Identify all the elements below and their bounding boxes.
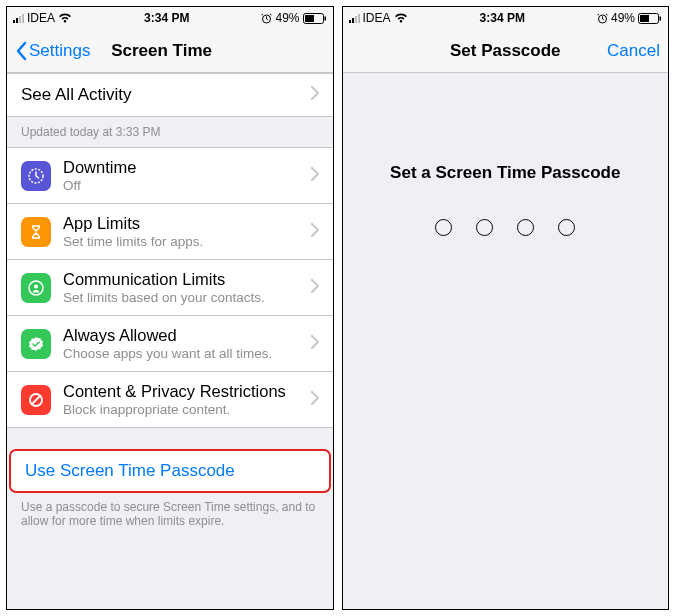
content: See All Activity Updated today at 3:33 P… xyxy=(7,73,333,609)
hourglass-icon xyxy=(21,217,51,247)
content-privacy-cell[interactable]: Content & Privacy Restrictions Block ina… xyxy=(7,372,333,428)
carrier-label: IDEA xyxy=(27,11,55,25)
signal-icon xyxy=(349,14,360,23)
passcode-dot xyxy=(435,219,452,236)
content: Set a Screen Time Passcode xyxy=(343,73,669,609)
back-button[interactable]: Settings xyxy=(15,41,90,61)
status-bar: IDEA 3:34 PM 49% xyxy=(7,7,333,29)
cell-subtitle: Set limits based on your contacts. xyxy=(63,290,265,305)
cell-subtitle: Block inappropriate content. xyxy=(63,402,286,417)
signal-icon xyxy=(13,14,24,23)
status-bar: IDEA 3:34 PM 49% xyxy=(343,7,669,29)
back-label: Settings xyxy=(29,41,90,61)
passcode-footer: Use a passcode to secure Screen Time set… xyxy=(7,492,333,536)
cell-subtitle: Set time limits for apps. xyxy=(63,234,203,249)
cell-title: Communication Limits xyxy=(63,270,265,289)
svg-point-6 xyxy=(34,284,38,288)
alarm-icon xyxy=(597,13,608,24)
chevron-right-icon xyxy=(311,223,319,241)
downtime-cell[interactable]: Downtime Off xyxy=(7,147,333,204)
screen-time-settings-screen: IDEA 3:34 PM 49% Settings Screen Time Se… xyxy=(6,6,334,610)
cell-title: App Limits xyxy=(63,214,203,233)
passcode-link-label: Use Screen Time Passcode xyxy=(25,461,235,481)
cell-label: See All Activity xyxy=(21,85,132,105)
page-title: Set Passcode xyxy=(450,41,561,61)
use-screen-time-passcode-button[interactable]: Use Screen Time Passcode xyxy=(9,449,331,493)
wifi-icon xyxy=(394,13,408,23)
svg-rect-3 xyxy=(324,16,326,20)
carrier-label: IDEA xyxy=(363,11,391,25)
page-title: Screen Time xyxy=(111,41,212,61)
wifi-icon xyxy=(58,13,72,23)
see-all-activity-cell[interactable]: See All Activity xyxy=(7,73,333,117)
battery-percent: 49% xyxy=(275,11,299,25)
svg-rect-11 xyxy=(660,16,662,20)
always-allowed-cell[interactable]: Always Allowed Choose apps you want at a… xyxy=(7,316,333,372)
svg-rect-2 xyxy=(305,15,314,22)
battery-icon xyxy=(303,13,327,24)
passcode-prompt: Set a Screen Time Passcode xyxy=(343,163,669,183)
app-limits-cell[interactable]: App Limits Set time limits for apps. xyxy=(7,204,333,260)
set-passcode-screen: IDEA 3:34 PM 49% Set Passcode Cancel Set… xyxy=(342,6,670,610)
cell-subtitle: Off xyxy=(63,178,136,193)
svg-rect-10 xyxy=(640,15,649,22)
status-time: 3:34 PM xyxy=(144,11,189,25)
checkmark-badge-icon xyxy=(21,329,51,359)
downtime-icon xyxy=(21,161,51,191)
passcode-dot xyxy=(476,219,493,236)
updated-label: Updated today at 3:33 PM xyxy=(7,117,333,147)
cell-subtitle: Choose apps you want at all times. xyxy=(63,346,272,361)
cancel-button[interactable]: Cancel xyxy=(607,41,660,61)
chevron-right-icon xyxy=(311,167,319,185)
battery-icon xyxy=(638,13,662,24)
passcode-dot xyxy=(558,219,575,236)
chevron-right-icon xyxy=(311,86,319,104)
passcode-input[interactable] xyxy=(343,219,669,236)
status-time: 3:34 PM xyxy=(480,11,525,25)
person-icon xyxy=(21,273,51,303)
chevron-left-icon xyxy=(15,41,27,61)
chevron-right-icon xyxy=(311,335,319,353)
chevron-right-icon xyxy=(311,391,319,409)
alarm-icon xyxy=(261,13,272,24)
cell-title: Content & Privacy Restrictions xyxy=(63,382,286,401)
battery-percent: 49% xyxy=(611,11,635,25)
communication-limits-cell[interactable]: Communication Limits Set limits based on… xyxy=(7,260,333,316)
cell-title: Always Allowed xyxy=(63,326,272,345)
passcode-dot xyxy=(517,219,534,236)
nav-bar: Set Passcode Cancel xyxy=(343,29,669,73)
no-entry-icon xyxy=(21,385,51,415)
chevron-right-icon xyxy=(311,279,319,297)
nav-bar: Settings Screen Time xyxy=(7,29,333,73)
cell-title: Downtime xyxy=(63,158,136,177)
